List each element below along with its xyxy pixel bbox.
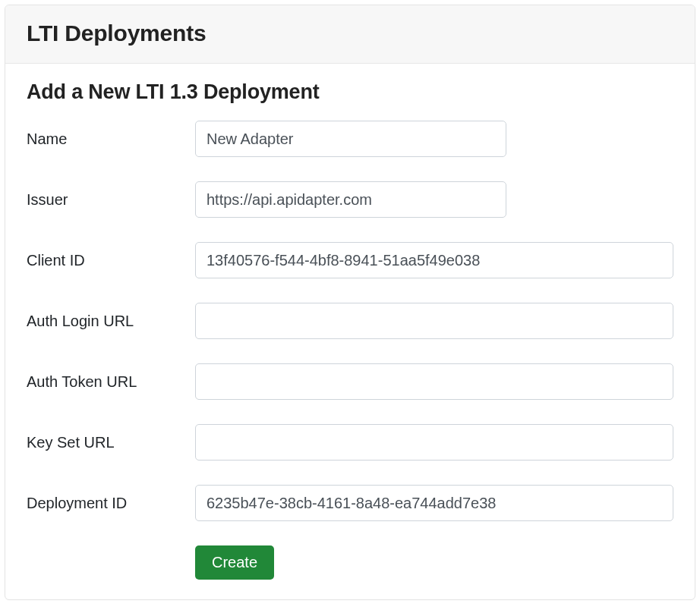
auth-login-url-label: Auth Login URL (27, 313, 195, 330)
field-row-client-id: Client ID (27, 242, 673, 278)
client-id-label: Client ID (27, 252, 195, 269)
key-set-url-input[interactable] (195, 424, 673, 461)
field-row-key-set-url: Key Set URL (27, 424, 673, 461)
card-header: LTI Deployments (5, 5, 695, 64)
lti-deployments-card: LTI Deployments Add a New LTI 1.3 Deploy… (5, 5, 695, 600)
name-input[interactable] (195, 121, 506, 157)
key-set-url-label: Key Set URL (27, 434, 195, 451)
deployment-id-input[interactable] (195, 485, 673, 521)
form-heading: Add a New LTI 1.3 Deployment (27, 80, 673, 104)
field-row-auth-login-url: Auth Login URL (27, 303, 673, 339)
auth-login-url-input[interactable] (195, 303, 673, 339)
submit-spacer (27, 545, 195, 580)
create-button[interactable]: Create (195, 545, 274, 580)
page-title: LTI Deployments (27, 20, 673, 46)
auth-token-url-input[interactable] (195, 363, 673, 400)
client-id-input[interactable] (195, 242, 673, 278)
field-row-name: Name (27, 121, 673, 157)
submit-row: Create (27, 545, 673, 580)
field-row-auth-token-url: Auth Token URL (27, 363, 673, 400)
auth-token-url-label: Auth Token URL (27, 373, 195, 391)
deployment-id-label: Deployment ID (27, 495, 195, 512)
field-row-issuer: Issuer (27, 181, 673, 218)
issuer-label: Issuer (27, 191, 195, 209)
field-row-deployment-id: Deployment ID (27, 485, 673, 521)
issuer-input[interactable] (195, 181, 506, 218)
card-body: Add a New LTI 1.3 Deployment Name Issuer… (5, 64, 695, 599)
name-label: Name (27, 130, 195, 148)
